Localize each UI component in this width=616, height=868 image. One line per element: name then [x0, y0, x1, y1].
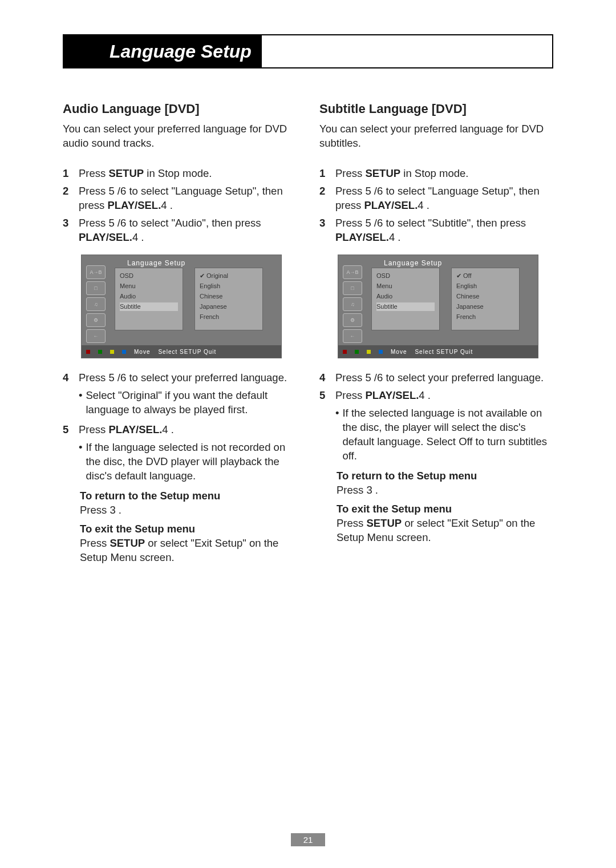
osd-panel-left: OSDMenuAudioSubtitle — [115, 268, 183, 330]
osd-option: Menu — [376, 282, 435, 290]
step-item: 3Press 5 /6 to select "Subtitle", then p… — [319, 216, 553, 245]
osd-option: Menu — [120, 282, 178, 290]
osd-option: ✔ Original — [200, 272, 258, 280]
audio-language-column: Audio Language [DVD] You can select your… — [63, 100, 297, 570]
section-title-bar: Language Setup — [63, 34, 553, 68]
return-title: To return to the Setup menu — [337, 469, 553, 483]
osd-sidebar-icons: A→B □ ♫ ⚙ ← — [86, 265, 109, 345]
osd-option: French — [456, 313, 514, 321]
exit-body: Press SETUP or select "Exit Setup" on th… — [80, 536, 297, 565]
step-item: 5Press PLAY/SEL.4 . — [319, 389, 553, 403]
osd-icon: ⚙ — [343, 313, 362, 327]
osd-footer: Move Select SETUP Quit — [82, 345, 281, 358]
audio-steps-cont: 4Press 5 /6 to select your preferred lan… — [63, 371, 297, 486]
step-item: 4Press 5 /6 to select your preferred lan… — [319, 371, 553, 385]
osd-sidebar-icons: A→B □ ♫ ⚙ ← — [343, 265, 366, 345]
osd-icon: ← — [86, 329, 106, 343]
subtitle-language-column: Subtitle Language [DVD] You can select y… — [319, 100, 553, 570]
osd-panel-left: OSDMenuAudioSubtitle — [371, 268, 440, 330]
osd-option: English — [200, 282, 258, 290]
osd-option: Audio — [376, 292, 435, 301]
osd-footer: Move Select SETUP Quit — [338, 345, 538, 358]
subtitle-intro: You can select your preferred language f… — [319, 122, 553, 151]
osd-icon: A→B — [86, 265, 106, 279]
osd-option: English — [456, 282, 514, 290]
step-item: 1Press SETUP in Stop mode. — [319, 167, 553, 181]
osd-option: OSD — [120, 272, 178, 280]
osd-option: Japanese — [200, 302, 258, 311]
osd-icon: A→B — [343, 265, 362, 279]
step-sub-item: •If the selected language is not availab… — [319, 406, 553, 466]
return-body: Press 3 . — [80, 503, 297, 518]
step-item: 1Press SETUP in Stop mode. — [63, 167, 297, 181]
step-item: 5Press PLAY/SEL.4 . — [63, 423, 297, 437]
exit-body: Press SETUP or select "Exit Setup" on th… — [337, 516, 553, 545]
audio-heading: Audio Language [DVD] — [63, 100, 297, 118]
subtitle-heading: Subtitle Language [DVD] — [319, 100, 553, 118]
osd-option: Chinese — [200, 292, 258, 301]
osd-icon: □ — [86, 281, 106, 295]
step-item: 3Press 5 /6 to select "Audio", then pres… — [63, 216, 297, 245]
subtitle-steps-cont: 4Press 5 /6 to select your preferred lan… — [319, 371, 553, 466]
return-body: Press 3 . — [337, 483, 553, 498]
subtitle-steps: 1Press SETUP in Stop mode.2Press 5 /6 to… — [319, 167, 553, 245]
osd-screenshot-audio: Language Setup A→B □ ♫ ⚙ ← OSDMenuAudioS… — [81, 255, 282, 358]
return-title: To return to the Setup menu — [80, 489, 297, 503]
osd-icon: ⚙ — [86, 313, 106, 327]
audio-intro: You can select your preferred language f… — [63, 122, 297, 151]
osd-option: French — [200, 313, 258, 321]
exit-title: To exit the Setup menu — [337, 502, 553, 516]
osd-option: Chinese — [456, 292, 514, 301]
osd-icon: ← — [343, 329, 362, 343]
manual-page: Language Setup Audio Language [DVD] You … — [0, 0, 616, 868]
step-item: 2Press 5 /6 to select "Language Setup", … — [319, 184, 553, 213]
osd-screenshot-subtitle: Language Setup A→B □ ♫ ⚙ ← OSDMenuAudioS… — [338, 255, 538, 358]
osd-option: OSD — [376, 272, 435, 280]
osd-panel-right: ✔ OffEnglishChineseJapaneseFrench — [451, 268, 520, 330]
step-sub-item: •If the language selected is not recorde… — [63, 441, 297, 486]
osd-option: Japanese — [456, 302, 514, 311]
section-title: Language Setup — [106, 35, 262, 67]
osd-option: Subtitle — [376, 302, 435, 311]
step-item: 4Press 5 /6 to select your preferred lan… — [63, 371, 297, 385]
osd-option: ✔ Off — [456, 272, 514, 280]
osd-icon: □ — [343, 281, 362, 295]
step-sub-item: •Select "Original" if you want the defau… — [63, 389, 297, 419]
exit-title: To exit the Setup menu — [80, 522, 297, 536]
osd-option: Subtitle — [120, 302, 178, 311]
step-item: 2Press 5 /6 to select "Language Setup", … — [63, 184, 297, 213]
page-number: 21 — [0, 833, 616, 846]
osd-icon: ♫ — [86, 297, 106, 311]
osd-panel-right: ✔ OriginalEnglishChineseJapaneseFrench — [194, 268, 263, 330]
title-block — [64, 35, 106, 67]
osd-option: Audio — [120, 292, 178, 301]
audio-steps: 1Press SETUP in Stop mode.2Press 5 /6 to… — [63, 167, 297, 245]
osd-icon: ♫ — [343, 297, 362, 311]
